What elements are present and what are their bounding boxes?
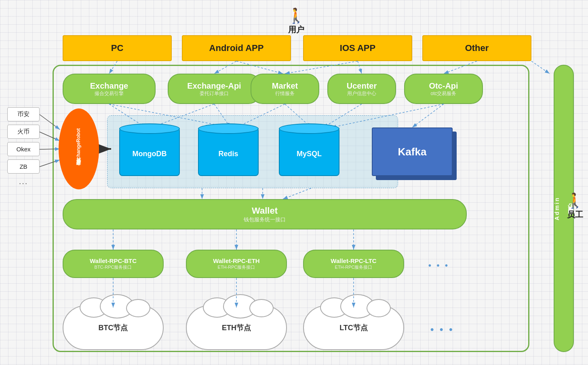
exchange-item-binance: 币安 (7, 107, 40, 121)
other-box: Other (422, 35, 531, 61)
exchange-item-okex: Okex (7, 142, 40, 156)
user-figure: 🚶 用户 (287, 7, 305, 35)
mysql-db: MySQL (279, 127, 339, 176)
diagram: 🚶 用户 PC Android APP IOS APP Other Admin后… (0, 0, 588, 365)
otcapi-service: Otc-Api otc交易服务 (404, 74, 483, 104)
ucenter-service: Ucenter 用户信息中心 (327, 74, 396, 104)
wallet-rpc-btc: Wallet-RPC-BTC BTC-RPC服务接口 (63, 250, 164, 278)
eth-node: ETH节点 (186, 306, 287, 350)
market-service: Market 行情服务 (251, 74, 319, 104)
btc-node: BTC节点 (63, 306, 164, 350)
pc-box: PC (63, 35, 172, 61)
mongodb-db: MongoDB (119, 127, 180, 176)
wallet-rpc-eth: Wallet-RPC-ETH ETH-RPC服务接口 (186, 250, 287, 278)
exchange-api-service: Exchange-Api 委托订单接口 (168, 74, 261, 104)
exchange-item-zb: ZB (7, 159, 40, 174)
ios-box: IOS APP (303, 35, 412, 61)
exchange-service: Exchange 撮合交易引擎 (63, 74, 156, 104)
user-icon: 🚶 (287, 7, 305, 24)
ltc-node: LTC节点 (303, 306, 404, 350)
exchange-item-huobi: 火币 (7, 125, 40, 139)
employee-label: 员工 (566, 209, 584, 220)
exchange-dots: ··· (7, 178, 40, 188)
kafka-box: Kafka (372, 127, 453, 176)
exchange-list: 币安 火币 Okex ZB ··· (7, 107, 40, 188)
wallet-rpc-ltc: Wallet-RPC-LTC ETH-RPC服务接口 (303, 250, 404, 278)
employee-icon: 🚶 (566, 192, 584, 209)
user-label: 用户 (287, 24, 305, 35)
redis-db: Redis (198, 127, 259, 176)
wallet-rpc-more-dots: • • • (428, 261, 449, 270)
nodes-more-dots: • • • (430, 324, 454, 335)
android-box: Android APP (182, 35, 291, 61)
svg-line-8 (531, 61, 550, 74)
employee-figure: 🚶 员工 (566, 192, 584, 220)
wallet-bar: Wallet 钱包服务统一接口 (63, 199, 467, 229)
exchange-robot: ExchangeRobot 交易机器人 (59, 108, 99, 189)
